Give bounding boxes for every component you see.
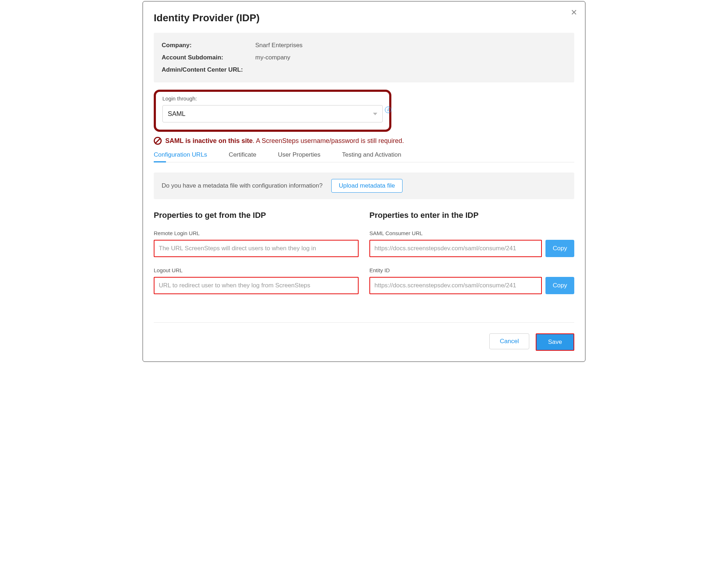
info-row-company: Company: Snarf Enterprises	[162, 39, 566, 51]
chevron-down-icon	[373, 113, 377, 115]
close-icon[interactable]: ✕	[571, 9, 577, 17]
login-through-highlight: Login through: SAML	[154, 90, 391, 132]
info-icon[interactable]: i	[385, 107, 391, 113]
company-label: Company:	[162, 39, 255, 51]
info-row-subdomain: Account Subdomain: my-company	[162, 51, 566, 64]
saml-consumer-url-label: SAML Consumer URL	[369, 230, 574, 236]
status-rest: . A ScreenSteps username/password is sti…	[253, 137, 404, 144]
col-get-from-idp: Properties to get from the IDP Remote Lo…	[154, 211, 359, 304]
entity-id-label: Entity ID	[369, 267, 574, 273]
col-enter-in-idp: Properties to enter in the IDP SAML Cons…	[369, 211, 574, 304]
logout-url-input[interactable]: URL to redirect user to when they log fr…	[154, 277, 359, 294]
saml-status-line: SAML is inactive on this site. A ScreenS…	[154, 137, 574, 145]
company-value: Snarf Enterprises	[255, 39, 302, 51]
divider	[154, 322, 574, 323]
admin-url-label: Admin/Content Center URL:	[162, 64, 255, 76]
remote-login-url-input[interactable]: The URL ScreenSteps will direct users to…	[154, 240, 359, 257]
save-button-highlight: Save	[536, 333, 574, 351]
entity-id-input[interactable]: https://docs.screenstepsdev.com/saml/con…	[369, 277, 542, 294]
upload-metadata-bar: Do you have a metadata file with configu…	[154, 172, 574, 199]
remote-login-url-label: Remote Login URL	[154, 230, 359, 236]
status-text: SAML is inactive on this site. A ScreenS…	[165, 137, 404, 145]
heading-get-from-idp: Properties to get from the IDP	[154, 211, 359, 220]
tab-testing-activation[interactable]: Testing and Activation	[342, 151, 401, 162]
subdomain-value: my-company	[255, 51, 290, 64]
page-title: Identity Provider (IDP)	[154, 12, 574, 24]
forbidden-icon	[154, 137, 162, 145]
status-bold: SAML is inactive on this site	[165, 137, 253, 144]
login-through-value: SAML	[168, 110, 185, 118]
login-through-select[interactable]: SAML	[162, 105, 383, 122]
copy-consumer-url-button[interactable]: Copy	[545, 240, 574, 257]
idp-modal: ✕ Identity Provider (IDP) Company: Snarf…	[143, 1, 585, 362]
logout-url-label: Logout URL	[154, 267, 359, 273]
saml-consumer-url-input[interactable]: https://docs.screenstepsdev.com/saml/con…	[369, 240, 542, 257]
modal-actions: Cancel Save	[154, 333, 574, 351]
heading-enter-in-idp: Properties to enter in the IDP	[369, 211, 574, 220]
tab-configuration-urls[interactable]: Configuration URLs	[154, 151, 207, 162]
tab-user-properties[interactable]: User Properties	[278, 151, 320, 162]
subdomain-label: Account Subdomain:	[162, 51, 255, 64]
upload-question: Do you have a metadata file with configu…	[162, 182, 323, 189]
login-through-label: Login through:	[162, 95, 383, 102]
copy-entity-id-button[interactable]: Copy	[545, 277, 574, 294]
account-info-box: Company: Snarf Enterprises Account Subdo…	[154, 33, 574, 82]
tabs: Configuration URLs Certificate User Prop…	[154, 151, 574, 162]
cancel-button[interactable]: Cancel	[489, 333, 529, 349]
info-row-admin-url: Admin/Content Center URL:	[162, 64, 566, 76]
save-button[interactable]: Save	[536, 334, 574, 350]
upload-metadata-button[interactable]: Upload metadata file	[331, 179, 403, 193]
tab-certificate[interactable]: Certificate	[229, 151, 256, 162]
